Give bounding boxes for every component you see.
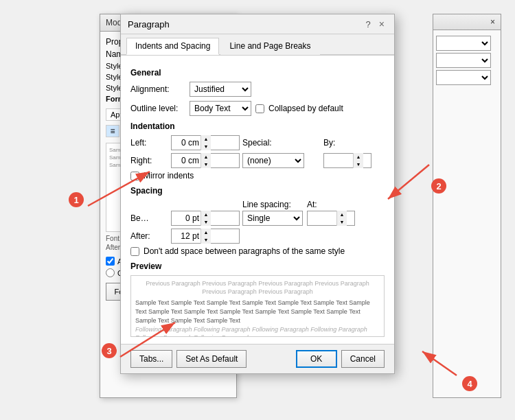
at-spinner[interactable]: ▲ ▼ bbox=[307, 211, 355, 226]
indentation-section-header: Indentation bbox=[130, 121, 385, 131]
by-spinner[interactable]: ▲ ▼ bbox=[323, 153, 371, 168]
mirror-indents-row: Mirror indents bbox=[130, 171, 385, 180]
arrow-1 bbox=[81, 158, 163, 213]
line-spacing-col-header: Line spacing: bbox=[242, 200, 304, 209]
spacing-before-row: Be… ▲ ▼ Single 1.5 lines Double At least… bbox=[130, 211, 385, 226]
by-spin-down[interactable]: ▼ bbox=[354, 161, 363, 168]
special-select[interactable]: (none) First line Hanging bbox=[242, 153, 304, 168]
arrow-2 bbox=[367, 158, 436, 213]
after-label: After: bbox=[130, 231, 168, 241]
dont-add-row: Don't add space between paragraphs of th… bbox=[130, 246, 385, 256]
general-section-header: General bbox=[130, 68, 385, 78]
right-dropdowns bbox=[436, 36, 498, 85]
after-spinner[interactable]: ▲ ▼ bbox=[171, 229, 240, 244]
annotation-circle-2: 2 bbox=[431, 178, 446, 194]
spacing-section-header: Spacing bbox=[130, 186, 385, 196]
arrow-4 bbox=[402, 341, 470, 382]
collapsed-label: Collapsed by default bbox=[268, 104, 343, 113]
special-label: Special: bbox=[242, 138, 297, 148]
dialog-titlebar: Paragraph ? × bbox=[121, 14, 394, 34]
right-select-3[interactable] bbox=[436, 70, 491, 85]
only-in-radio[interactable] bbox=[106, 268, 115, 277]
annotation-circle-4: 4 bbox=[462, 376, 477, 391]
tab-line-page-breaks[interactable]: Line and Page Breaks bbox=[220, 38, 319, 55]
ok-button[interactable]: OK bbox=[296, 350, 337, 368]
preview-prev-text: Previous Paragraph Previous Paragraph Pr… bbox=[135, 280, 380, 296]
indentation-grid: Left: ▲ ▼ Special: By: Right: ▲ ▼ (no bbox=[130, 135, 385, 168]
right-select-2[interactable] bbox=[436, 53, 491, 68]
spacing-headers: Line spacing: At: bbox=[130, 200, 385, 209]
align-left-btn[interactable]: ≡ bbox=[106, 125, 119, 137]
by-spinner-buttons: ▲ ▼ bbox=[353, 153, 363, 168]
outline-level-row: Outline level: Body Text Level 1 Level 2… bbox=[130, 101, 385, 116]
at-input[interactable] bbox=[308, 211, 336, 225]
dialog-controls: ? × bbox=[363, 19, 387, 30]
before-input[interactable] bbox=[172, 211, 201, 225]
outline-level-label: Outline level: bbox=[130, 104, 185, 113]
left-spin-up[interactable]: ▲ bbox=[201, 135, 211, 143]
dialog-close-icon[interactable]: × bbox=[376, 19, 387, 30]
right-window-controls: × bbox=[433, 14, 501, 30]
left-label: Left: bbox=[130, 138, 168, 148]
right-close-icon[interactable]: × bbox=[490, 17, 495, 27]
collapsed-checkbox[interactable] bbox=[255, 104, 264, 113]
at-col-header: At: bbox=[307, 200, 355, 209]
left-input[interactable] bbox=[172, 136, 201, 150]
alignment-row: Alignment: Justified Left Centered Right bbox=[130, 82, 385, 97]
alignment-label: Alignment: bbox=[130, 84, 185, 94]
right-spin-up[interactable]: ▲ bbox=[201, 153, 211, 161]
before-label: Be… bbox=[130, 213, 168, 223]
right-select-1[interactable] bbox=[436, 36, 491, 51]
right-spinner[interactable]: ▲ ▼ bbox=[171, 153, 240, 168]
annotation-circle-1: 1 bbox=[69, 192, 84, 207]
tab-indents-spacing[interactable]: Indents and Spacing bbox=[126, 38, 219, 55]
before-spin-down[interactable]: ▼ bbox=[201, 218, 211, 226]
by-label: By: bbox=[323, 138, 371, 148]
after-spin-up[interactable]: ▲ bbox=[201, 229, 211, 236]
alignment-select[interactable]: Justified Left Centered Right bbox=[190, 82, 251, 97]
before-spinner[interactable]: ▲ ▼ bbox=[171, 211, 240, 226]
add-to-checkbox[interactable] bbox=[106, 257, 115, 266]
after-spinner-buttons: ▲ ▼ bbox=[201, 229, 211, 244]
help-icon[interactable]: ? bbox=[363, 19, 374, 30]
right-spin-down[interactable]: ▼ bbox=[201, 161, 211, 168]
line-spacing-select[interactable]: Single 1.5 lines Double At least Exactly… bbox=[242, 211, 303, 226]
dialog-title: Paragraph bbox=[128, 19, 170, 30]
at-spin-down[interactable]: ▼ bbox=[337, 218, 347, 226]
left-spinner-buttons: ▲ ▼ bbox=[201, 135, 211, 150]
dialog-tabs: Indents and Spacing Line and Page Breaks bbox=[121, 34, 394, 56]
dont-add-label: Don't add space between paragraphs of th… bbox=[144, 246, 345, 256]
after-spin-down[interactable]: ▼ bbox=[201, 236, 211, 244]
right-background-window: × bbox=[433, 14, 501, 398]
outline-level-select[interactable]: Body Text Level 1 Level 2 Level 3 bbox=[190, 101, 251, 116]
preview-section-header: Preview bbox=[130, 261, 385, 271]
left-spin-down[interactable]: ▼ bbox=[201, 143, 211, 150]
arrow-3 bbox=[113, 312, 196, 367]
by-spin-up[interactable]: ▲ bbox=[354, 153, 363, 161]
after-input[interactable] bbox=[172, 229, 201, 243]
spacing-after-row: After: ▲ ▼ bbox=[130, 229, 385, 244]
dont-add-checkbox[interactable] bbox=[130, 247, 139, 256]
annotation-circle-3: 3 bbox=[102, 343, 117, 358]
before-spinner-buttons: ▲ ▼ bbox=[201, 211, 211, 226]
right-window-content bbox=[433, 30, 501, 88]
cancel-button[interactable]: Cancel bbox=[341, 350, 385, 368]
right-spinner-buttons: ▲ ▼ bbox=[201, 153, 211, 168]
before-spin-up[interactable]: ▲ bbox=[201, 211, 211, 218]
by-input[interactable] bbox=[324, 154, 353, 167]
right-input[interactable] bbox=[172, 154, 201, 167]
at-spin-up[interactable]: ▲ bbox=[337, 211, 347, 218]
at-spinner-buttons: ▲ ▼ bbox=[336, 211, 347, 226]
left-spinner[interactable]: ▲ ▼ bbox=[171, 135, 240, 150]
